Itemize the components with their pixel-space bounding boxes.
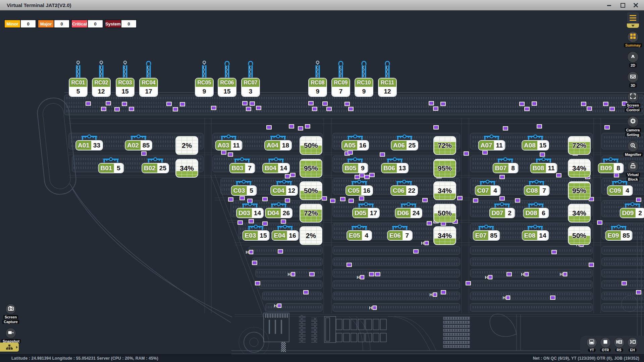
occupancy-E-50%[interactable]: 50% (569, 227, 590, 244)
occupancy-D-50%[interactable]: 50% (434, 204, 455, 222)
occupancy-E-34%[interactable]: 34% (434, 227, 455, 244)
occupancy-C-34%[interactable]: 34% (434, 182, 455, 199)
yard-truck-marker[interactable] (249, 219, 254, 224)
menu-collapse-tab[interactable] (627, 23, 639, 28)
block-A07[interactable]: A07 11 (479, 134, 505, 150)
yard-truck-marker[interactable] (239, 196, 245, 200)
yard-truck-marker[interactable] (550, 296, 555, 300)
quay-crane-RC03[interactable]: RC03 15 (116, 60, 134, 96)
yard-truck-marker[interactable] (422, 198, 428, 202)
screen-capture-button[interactable]: Screen Capture (1, 304, 20, 324)
yard-truck-marker[interactable] (506, 272, 512, 277)
quay-crane-RC08[interactable]: RC08 9 (309, 60, 326, 96)
yard-truck-marker[interactable] (322, 102, 328, 106)
block-A01[interactable]: A01 33 (76, 134, 102, 150)
equipment-toggle-yt[interactable]: YT (587, 338, 597, 355)
yard-truck-marker[interactable] (597, 221, 602, 225)
yard-truck-marker[interactable] (309, 272, 315, 277)
occupancy-A-50%[interactable]: 50% (300, 137, 322, 154)
yard-truck-marker[interactable] (180, 102, 185, 107)
block-B07[interactable]: B07 8 (493, 157, 518, 173)
quay-crane-RC06[interactable]: RC06 15 (218, 60, 236, 96)
yard-truck-marker[interactable] (413, 249, 419, 254)
sidebar-item-2d[interactable]: 2D (628, 52, 638, 68)
yard-truck-marker[interactable] (278, 249, 283, 254)
occupancy-C-50%[interactable]: 50% (300, 182, 322, 199)
yard-truck-marker[interactable] (242, 101, 248, 106)
quay-crane-RC11[interactable]: RC11 12 (379, 60, 396, 96)
yard-truck-marker[interactable] (636, 290, 641, 295)
yard-truck-marker[interactable] (581, 102, 586, 106)
quay-crane-RC05[interactable]: RC05 9 (196, 60, 213, 96)
block-C03[interactable]: C03 5 (232, 179, 256, 195)
yard-truck-marker[interactable] (482, 150, 488, 155)
block-C06[interactable]: C06 22 (391, 179, 417, 195)
yard-truck-marker[interactable] (499, 175, 505, 179)
yard-truck-marker[interactable] (457, 196, 463, 200)
yard-truck-marker[interactable] (101, 107, 106, 111)
yard-truck-marker[interactable] (466, 281, 471, 286)
container-truck-marker[interactable]: H (274, 304, 281, 308)
yard-truck-marker[interactable] (433, 107, 438, 111)
yard-truck-marker[interactable] (441, 290, 446, 295)
main-menu-button[interactable] (627, 12, 639, 23)
block-E09[interactable]: E09 85 (606, 224, 632, 240)
block-C07[interactable]: C07 4 (476, 179, 500, 195)
block-A08[interactable]: A08 15 (522, 134, 548, 150)
yard-truck-marker[interactable] (614, 173, 619, 178)
yard-truck-marker[interactable] (359, 173, 365, 178)
alarm-major[interactable]: Major 0 (38, 19, 70, 28)
container-truck-marker[interactable]: H (429, 293, 437, 297)
yard-truck-marker[interactable] (255, 281, 260, 286)
yard-truck-marker[interactable] (369, 272, 374, 277)
yard-truck-marker[interactable] (326, 107, 332, 111)
sidebar-item-virtual-block[interactable]: Virtual Block (624, 161, 642, 182)
yard-truck-marker[interactable] (348, 107, 354, 111)
occupancy-B-34%[interactable]: 34% (569, 160, 590, 177)
yard-truck-marker[interactable] (519, 102, 525, 106)
maximize-button[interactable] (620, 2, 625, 8)
container-truck-marker[interactable]: H (369, 306, 377, 310)
yard-truck-marker[interactable] (441, 222, 446, 226)
snapshot-button[interactable]: Snapshot (1, 328, 20, 344)
occupancy-D-34%[interactable]: 34% (569, 204, 590, 222)
block-C05[interactable]: C05 16 (346, 179, 372, 195)
block-E06[interactable]: E06 7 (388, 224, 412, 240)
quay-crane-RC10[interactable]: RC10 9 (355, 60, 373, 96)
block-E05[interactable]: E05 4 (347, 224, 371, 240)
block-B09[interactable]: B09 8 (599, 157, 623, 173)
equipment-toggle-eh[interactable]: EH (628, 338, 638, 355)
block-D06[interactable]: D06 24 (395, 202, 422, 218)
sidebar-item-summary[interactable]: Summay (624, 32, 642, 48)
close-button[interactable] (633, 2, 639, 8)
block-E04[interactable]: E04 16 (272, 224, 298, 240)
yard-truck-marker[interactable] (429, 101, 434, 106)
occupancy-E-2%[interactable]: 2% (300, 227, 322, 244)
yard-truck-marker[interactable] (344, 102, 350, 106)
alarm-system[interactable]: System 0 (105, 19, 137, 28)
block-A06[interactable]: A06 25 (391, 134, 418, 150)
yard-truck-marker[interactable] (427, 221, 432, 226)
yard-truck-marker[interactable] (359, 196, 364, 201)
block-D07[interactable]: D07 2 (490, 202, 515, 218)
sidebar-item-3d[interactable]: 3D (628, 72, 638, 88)
block-D05[interactable]: D05 17 (353, 202, 379, 218)
container-truck-marker[interactable]: H (287, 272, 295, 277)
sidebar-item-magnifier[interactable]: Magnifier (624, 141, 642, 157)
yard-truck-marker[interactable] (262, 197, 268, 201)
container-truck-marker[interactable]: H (559, 272, 567, 277)
yard-truck-marker[interactable] (281, 220, 286, 224)
yard-truck-marker[interactable] (228, 197, 233, 202)
block-A02[interactable]: A02 85 (125, 134, 152, 150)
block-B05[interactable]: B05 9 (343, 157, 368, 173)
block-A05[interactable]: A05 16 (342, 134, 368, 150)
yard-truck-marker[interactable] (347, 150, 353, 155)
occupancy-A-72%[interactable]: 72% (434, 137, 455, 154)
occupancy-C-95%[interactable]: 95% (569, 182, 590, 199)
container-truck-marker[interactable]: H (246, 250, 253, 254)
yard-truck-marker[interactable] (375, 272, 380, 277)
yard-truck-marker[interactable] (499, 196, 505, 201)
quay-crane-RC07[interactable]: RC07 3 (242, 60, 259, 96)
yard-truck-marker[interactable] (433, 125, 439, 130)
container-truck-marker[interactable]: H (521, 272, 529, 277)
